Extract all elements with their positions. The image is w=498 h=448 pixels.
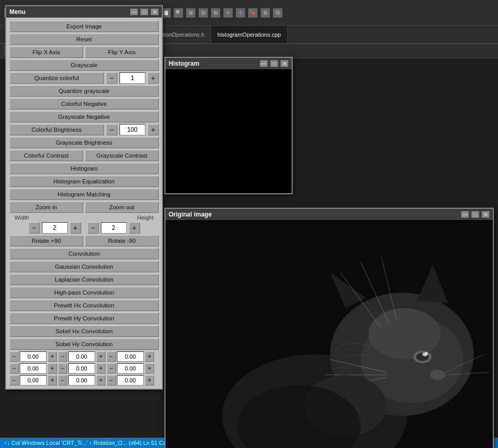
histogram-close-button[interactable]: ✕	[280, 60, 289, 67]
quantize-value[interactable]: 1	[119, 72, 145, 84]
toolbar-icon-10[interactable]: 🔖	[248, 8, 258, 18]
rotate-plus-button[interactable]: Rotate +90	[9, 235, 83, 246]
grayscale-button[interactable]: Grayscale	[9, 59, 159, 71]
menu-window: Menu — □ ✕ Export Image Reset Flip X Axi…	[5, 5, 163, 390]
m12-plus[interactable]: +	[145, 363, 154, 374]
toolbar-icon-5[interactable]: ⊞	[186, 8, 195, 18]
m01-minus[interactable]: −	[58, 351, 67, 362]
original-window-controls: — □ ✕	[461, 211, 490, 218]
height-plus-button[interactable]: +	[129, 222, 140, 234]
width-minus-button[interactable]: −	[28, 222, 40, 234]
m01-plus[interactable]: +	[96, 351, 105, 362]
menu-maximize-button[interactable]: □	[140, 8, 148, 16]
tab-histogram-ops[interactable]: histogramOperations.cpp	[211, 26, 288, 43]
zoom-dimensions: Width Height − 2 + − 2 +	[9, 214, 159, 234]
zoom-in-button[interactable]: Zoom in	[9, 202, 83, 213]
m10-minus[interactable]: −	[9, 363, 19, 374]
m02-plus[interactable]: +	[145, 351, 154, 362]
brightness-minus-button[interactable]: −	[106, 124, 117, 135]
height-minus-button[interactable]: −	[87, 222, 99, 234]
menu-close-button[interactable]: ✕	[150, 8, 159, 16]
grayscale-negative-button[interactable]: Grayscale Negative	[9, 111, 159, 122]
brightness-plus-button[interactable]: +	[147, 124, 159, 135]
brightness-value[interactable]: 100	[119, 124, 145, 135]
toolbar-icon-9[interactable]: ⊹	[236, 8, 245, 18]
m20-minus[interactable]: −	[9, 375, 19, 385]
height-label: Height	[137, 214, 154, 221]
flip-x-button[interactable]: Flip X Axis	[9, 47, 83, 58]
flip-y-button[interactable]: Flip Y Axis	[85, 47, 159, 58]
m21-minus[interactable]: −	[58, 375, 67, 385]
m00-minus[interactable]: −	[9, 351, 19, 362]
toolbar-icon-12[interactable]: ⊟	[273, 8, 282, 18]
menu-content: Export Image Reset Flip X Axis Flip Y Ax…	[6, 18, 162, 389]
m21-plus[interactable]: +	[96, 375, 105, 385]
m20-plus[interactable]: +	[48, 375, 57, 385]
menu-window-controls: — □ ✕	[130, 8, 159, 16]
histogram-button[interactable]: Histogram	[9, 163, 159, 174]
toolbar-icon-6[interactable]: ⊟	[199, 8, 208, 18]
laplacian-button[interactable]: Laplacian Convolution	[9, 274, 159, 285]
original-titlebar: Original image — □ ✕	[165, 209, 493, 220]
zoom-row: Zoom in Zoom out	[9, 202, 159, 213]
histogram-maximize-button[interactable]: □	[270, 60, 278, 67]
original-image-window: Original image — □ ✕	[164, 208, 494, 448]
export-image-button[interactable]: Export Image	[9, 21, 159, 32]
colorful-contrast-button[interactable]: Colorful Contrast	[9, 150, 83, 161]
matrix-row-3: − 0.00 + − 0.00 + − 0.00 +	[9, 375, 159, 385]
m00-plus[interactable]: +	[48, 351, 57, 362]
toolbar-icon-11[interactable]: ⊞	[261, 8, 270, 18]
prewitt-hy-button[interactable]: Prewitt Hy Convolution	[9, 313, 159, 324]
grayscale-brightness-button[interactable]: Grayscale Brightness	[9, 137, 159, 148]
original-minimize-button[interactable]: —	[461, 211, 469, 218]
m01-val[interactable]: 0.00	[68, 351, 95, 362]
m21-val[interactable]: 0.00	[68, 375, 95, 385]
menu-minimize-button[interactable]: —	[130, 8, 138, 16]
quantize-colorful-button[interactable]: Quantize colorful	[9, 72, 104, 84]
toolbar-icon-8[interactable]: ≡	[223, 8, 233, 18]
histogram-equalization-button[interactable]: Histogram Equalization	[9, 176, 159, 187]
rotate-minus-button[interactable]: Rotate -90	[85, 235, 159, 246]
zoom-width-value[interactable]: 2	[42, 222, 68, 234]
m02-minus[interactable]: −	[107, 351, 116, 362]
reset-button[interactable]: Reset	[9, 34, 159, 45]
m11-val[interactable]: 0.00	[68, 363, 95, 374]
toolbar-icon-7[interactable]: ⊞	[211, 8, 220, 18]
width-plus-button[interactable]: +	[70, 222, 81, 234]
colorful-brightness-button[interactable]: Colorful Brightness	[9, 124, 104, 135]
gaussian-button[interactable]: Gaussian Convolution	[9, 261, 159, 272]
m02-val[interactable]: 0.00	[117, 351, 144, 362]
sobel-hx-button[interactable]: Sobel Hx Convolution	[9, 326, 159, 337]
original-maximize-button[interactable]: □	[471, 211, 479, 218]
m10-val[interactable]: 0.00	[20, 363, 47, 374]
m20-val[interactable]: 0.00	[20, 375, 47, 385]
colorful-negative-button[interactable]: Colorful Negative	[9, 98, 159, 110]
sobel-hy-button[interactable]: Sobel Hy Convolution	[9, 338, 159, 350]
prewitt-hx-button[interactable]: Prewitt Hx Convolution	[9, 300, 159, 311]
m00-val[interactable]: 0.00	[20, 351, 47, 362]
m22-val[interactable]: 0.00	[117, 375, 144, 385]
zoom-out-button[interactable]: Zoom out	[85, 202, 159, 213]
grayscale-contrast-button[interactable]: Grayscale Contrast	[85, 150, 159, 161]
histogram-matching-button[interactable]: Histogram Matching	[9, 189, 159, 200]
m22-plus[interactable]: +	[145, 375, 154, 385]
highpass-button[interactable]: High-pass Convolution	[9, 287, 159, 298]
toolbar-icon-4[interactable]: 🔍	[174, 8, 183, 18]
width-label: Width	[14, 214, 29, 221]
m10-plus[interactable]: +	[48, 363, 57, 374]
quantize-colorful-row: Quantize colorful − 1 +	[9, 72, 159, 84]
m22-minus[interactable]: −	[107, 375, 116, 385]
contrast-row: Colorful Contrast Grayscale Contrast	[9, 150, 159, 161]
m12-minus[interactable]: −	[107, 363, 116, 374]
m11-minus[interactable]: −	[58, 363, 67, 374]
quantize-plus-button[interactable]: +	[147, 72, 159, 84]
m12-val[interactable]: 0.00	[117, 363, 144, 374]
convolution-button[interactable]: Convolution	[9, 248, 159, 259]
menu-titlebar: Menu — □ ✕	[6, 6, 162, 18]
original-close-button[interactable]: ✕	[481, 211, 490, 218]
m11-plus[interactable]: +	[96, 363, 105, 374]
quantize-grayscale-button[interactable]: Quantize grayscale	[9, 85, 159, 97]
histogram-minimize-button[interactable]: —	[260, 60, 268, 67]
zoom-height-value[interactable]: 2	[101, 222, 127, 234]
quantize-minus-button[interactable]: −	[106, 72, 117, 84]
